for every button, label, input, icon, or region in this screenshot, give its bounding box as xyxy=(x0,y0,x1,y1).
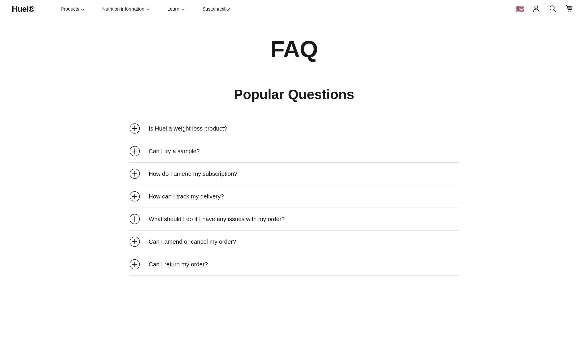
faq-item[interactable]: Can I return my order? xyxy=(129,253,459,276)
expand-icon xyxy=(129,168,140,179)
search-icon xyxy=(549,5,557,13)
faq-item[interactable]: Can I try a sample? xyxy=(129,140,459,162)
expand-icon xyxy=(129,214,140,224)
expand-icon xyxy=(129,146,140,156)
nav-item-sustainability[interactable]: Sustainability xyxy=(194,0,239,18)
faq-item[interactable]: What should I do if I have any issues wi… xyxy=(129,208,459,230)
expand-icon xyxy=(129,191,140,202)
nav-products-label: Products xyxy=(61,6,79,12)
nav-learn-label: Learn xyxy=(167,6,179,12)
nav-item-learn[interactable]: Learn xyxy=(159,0,194,18)
expand-icon xyxy=(129,123,140,134)
svg-point-0 xyxy=(535,6,538,9)
logo[interactable]: Huel® xyxy=(12,4,34,14)
cart-icon xyxy=(565,4,573,14)
faq-question: How do I amend my subscription? xyxy=(149,170,237,178)
faq-question: Can I try a sample? xyxy=(149,147,200,155)
account-button[interactable] xyxy=(529,2,543,16)
user-icon xyxy=(532,4,540,14)
faq-question: How can I track my delivery? xyxy=(149,192,224,201)
svg-line-2 xyxy=(554,10,556,12)
nav-item-products[interactable]: Products xyxy=(52,0,93,18)
faq-question: Is Huel a weight loss product? xyxy=(149,124,227,133)
svg-point-4 xyxy=(570,11,571,12)
expand-icon xyxy=(129,259,140,270)
faq-item[interactable]: How can I track my delivery? xyxy=(129,185,459,208)
expand-icon xyxy=(129,236,140,247)
faq-question: What should I do if I have any issues wi… xyxy=(149,215,285,223)
nav-links: Products Nutrition information Learn xyxy=(52,0,513,18)
faq-question: Can I amend or cancel my order? xyxy=(149,238,236,246)
cart-button[interactable] xyxy=(562,2,576,16)
flag-icon: 🇺🇸 xyxy=(514,4,525,14)
flag-button[interactable]: 🇺🇸 xyxy=(513,2,527,16)
search-button[interactable] xyxy=(546,2,560,16)
faq-item[interactable]: Can I amend or cancel my order? xyxy=(129,230,459,253)
svg-point-3 xyxy=(568,11,569,12)
nav-item-nutrition[interactable]: Nutrition information xyxy=(93,0,158,18)
main-nav: Huel® Products Nutrition information Lea… xyxy=(0,0,588,18)
nav-nutrition-label: Nutrition information xyxy=(102,6,144,12)
chevron-down-icon xyxy=(146,7,150,11)
nav-icons: 🇺🇸 xyxy=(513,2,576,16)
section-title: Popular Questions xyxy=(129,86,459,102)
faq-item[interactable]: How do I amend my subscription? xyxy=(129,162,459,185)
page-title: FAQ xyxy=(129,36,459,63)
chevron-down-icon xyxy=(181,7,185,11)
chevron-down-icon xyxy=(81,7,84,11)
faq-item[interactable]: Is Huel a weight loss product? xyxy=(129,117,459,140)
faq-question: Can I return my order? xyxy=(149,260,208,268)
main-content: FAQ Popular Questions Is Huel a weight l… xyxy=(118,18,471,299)
nav-sustainability-label: Sustainability xyxy=(202,6,230,12)
faq-list: Is Huel a weight loss product? Can I try… xyxy=(129,117,459,276)
